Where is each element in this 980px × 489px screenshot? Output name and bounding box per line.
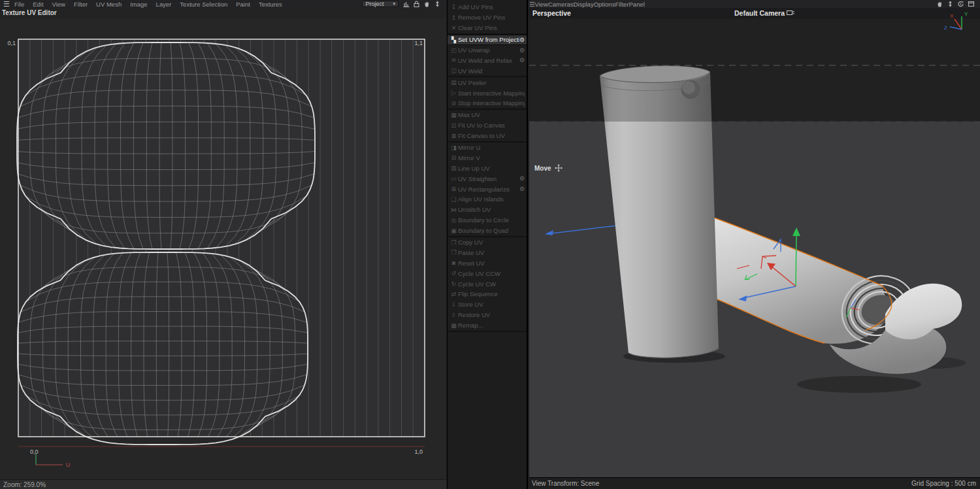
command-boundary-to-circle[interactable]: ◎Boundary to Circle: [448, 215, 527, 226]
command-group-5: ◨Mirror U⊟Mirror V▥Line Up UV▭UV Straigh…: [448, 143, 527, 237]
command-cycle-uv-cw[interactable]: ↻Cycle UV CW: [448, 278, 527, 289]
command-clear-uv-pins[interactable]: ✕Clear UV Pins: [448, 23, 527, 33]
gear-icon[interactable]: ⚙: [519, 37, 525, 43]
command-uv-weld-and-relax[interactable]: ≋UV Weld and Relax⚙: [448, 55, 527, 65]
hand-icon[interactable]: [423, 1, 431, 7]
command-paste-uv[interactable]: ❒Paste UV: [448, 247, 527, 258]
pin-add-icon: ↧: [449, 4, 458, 10]
menu-options[interactable]: Options: [594, 1, 615, 8]
command-cycle-uv-ccw[interactable]: ↺Cycle UV CCW: [448, 268, 527, 278]
menu-cameras[interactable]: Cameras: [548, 1, 574, 8]
menu-view[interactable]: View: [52, 1, 65, 8]
updown-arrow-icon[interactable]: [434, 1, 441, 7]
unwrap-icon: ◰: [449, 47, 458, 54]
hand-icon[interactable]: [936, 1, 943, 7]
hamburger-menu-icon[interactable]: ☰: [529, 1, 535, 8]
command-flip-sequence[interactable]: ⇄Flip Sequence: [448, 289, 527, 299]
menu-uv-mesh[interactable]: UV Mesh: [96, 1, 122, 8]
gear-icon[interactable]: ⚙: [519, 47, 525, 54]
command-fit-canvas-to-uv[interactable]: ⊠Fit Canvas to UV: [448, 131, 527, 141]
command-uv-rectangularize[interactable]: ⊞UV Rectangularize⚙: [448, 184, 527, 194]
command-stop-interactive-mapping[interactable]: ⊘Stop Interactive Mapping: [448, 98, 527, 109]
menu-filter[interactable]: Filter: [615, 1, 629, 8]
menu-image[interactable]: Image: [130, 1, 147, 8]
menu-textures[interactable]: Textures: [259, 1, 282, 8]
menu-texture-selection[interactable]: Texture Selection: [180, 1, 227, 8]
command-uv-peeler[interactable]: ▤UV Peeler: [448, 77, 527, 88]
project-dropdown-label: Project: [365, 1, 384, 7]
menu-panel[interactable]: Panel: [629, 1, 645, 8]
command-restore-uv[interactable]: ⇧Restore UV: [448, 310, 527, 320]
command-label: Cycle UV CCW: [458, 270, 525, 277]
command-uv-straighten[interactable]: ▭UV Straighten⚙: [448, 173, 527, 184]
weld-relax-icon: ≋: [449, 57, 458, 63]
command-start-interactive-mapping[interactable]: ▷Start Interactive Mapping: [448, 88, 527, 98]
command-add-uv-pins[interactable]: ↧Add UV Pins: [448, 2, 527, 12]
texture-uv-editor-panel: 0,11,10,01,0U ☰ FileEditViewFilterUV Mes…: [0, 0, 446, 489]
command-copy-uv[interactable]: ❐Copy UV: [448, 237, 527, 248]
lock-icon[interactable]: [413, 1, 420, 7]
command-reset-uv[interactable]: ◙Reset UV: [448, 258, 527, 268]
view-label[interactable]: Perspective: [532, 9, 571, 17]
command-label: Add UV Pins: [458, 3, 525, 10]
command-boundary-to-quad[interactable]: ▣Boundary to Quad: [448, 226, 527, 236]
command-max-uv[interactable]: ▦Max UV: [448, 110, 527, 120]
menu-view[interactable]: View: [535, 1, 548, 8]
command-mirror-u[interactable]: ◨Mirror U: [448, 143, 527, 153]
menu-filter[interactable]: Filter: [74, 1, 88, 8]
command-mirror-v[interactable]: ⊟Mirror V: [448, 152, 527, 163]
uv-canvas[interactable]: 0,11,10,01,0U: [0, 0, 446, 489]
rectangularize-icon: ⊞: [449, 186, 458, 192]
gear-icon[interactable]: ⚙: [519, 175, 525, 182]
move-tool-icon: [555, 164, 563, 172]
menu-file[interactable]: File: [14, 1, 24, 8]
mirror-v-icon: ⊟: [449, 154, 458, 161]
menu-edit[interactable]: Edit: [33, 1, 43, 8]
command-fit-uv-to-canvas[interactable]: ⊡Fit UV to Canvas: [448, 120, 527, 131]
panel-icon[interactable]: [968, 1, 975, 7]
gear-icon[interactable]: ⚙: [519, 57, 525, 63]
gear-icon[interactable]: ⚙: [519, 186, 525, 192]
pin-remove-icon: ↥: [449, 14, 458, 21]
camera-selector[interactable]: Default Camera: [734, 9, 794, 17]
command-label: UV Peeler: [458, 79, 525, 86]
viewport-3d[interactable]: YXZ: [529, 0, 980, 489]
command-line-up-uv[interactable]: ▥Line Up UV: [448, 163, 527, 173]
command-group-6: ❐Copy UV❒Paste UV◙Reset UV↺Cycle UV CCW↻…: [448, 237, 527, 332]
weld-icon: ◫: [449, 67, 458, 74]
remap-icon: ▩: [449, 322, 458, 329]
project-dropdown[interactable]: Project ▾: [362, 1, 399, 7]
command-set-uvw-from-projection[interactable]: ▚Set UVW from Projection⚙: [448, 35, 527, 45]
svg-text:Z: Z: [944, 25, 947, 31]
menu-paint[interactable]: Paint: [236, 1, 250, 8]
perspective-viewport: YXZ ☰ ViewCamerasDisplayOptionsFilterPan…: [529, 0, 980, 489]
menu-display[interactable]: Display: [574, 1, 594, 8]
store-icon: ⇩: [449, 301, 458, 308]
hamburger-menu-icon[interactable]: ☰: [3, 1, 10, 7]
boundary-quad-icon: ▣: [449, 228, 458, 234]
command-label: UV Rectangularize: [458, 186, 519, 193]
command-label: UV Unwrap: [458, 46, 519, 54]
align-islands-icon: ❏: [449, 196, 458, 203]
command-label: Clear UV Pins: [458, 24, 525, 31]
peeler-icon: ▤: [449, 79, 458, 86]
command-label: Align UV Islands: [458, 195, 525, 203]
command-align-uv-islands[interactable]: ❏Align UV Islands: [448, 194, 527, 205]
command-remove-uv-pins[interactable]: ↥Remove UV Pins: [448, 12, 527, 23]
command-uv-unwrap[interactable]: ◰UV Unwrap⚙: [448, 45, 527, 56]
command-uv-weld[interactable]: ◫UV Weld: [448, 65, 527, 76]
command-remap[interactable]: ▩Remap...: [448, 320, 527, 331]
command-group-4: ▦Max UV⊡Fit UV to Canvas⊠Fit Canvas to U…: [448, 110, 527, 143]
paste-icon: ❒: [449, 249, 458, 256]
updown-arrow-icon[interactable]: [947, 1, 954, 7]
histogram-icon[interactable]: [402, 1, 410, 7]
command-label: Remove UV Pins: [458, 14, 525, 21]
rotate-icon[interactable]: [957, 1, 964, 7]
command-store-uv[interactable]: ⇩Store UV: [448, 299, 527, 310]
menu-layer[interactable]: Layer: [156, 1, 172, 8]
svg-text:1,0: 1,0: [414, 448, 423, 455]
viewport-statusbar: View Transform: Scene Grid Spacing : 500…: [529, 477, 980, 489]
grid-spacing-status: Grid Spacing : 500 cm: [911, 478, 976, 489]
command-group-2: ▚Set UVW from Projection⚙◰UV Unwrap⚙≋UV …: [448, 35, 527, 78]
command-unstitch-uv[interactable]: ⋈Unstitch UV: [448, 205, 527, 215]
